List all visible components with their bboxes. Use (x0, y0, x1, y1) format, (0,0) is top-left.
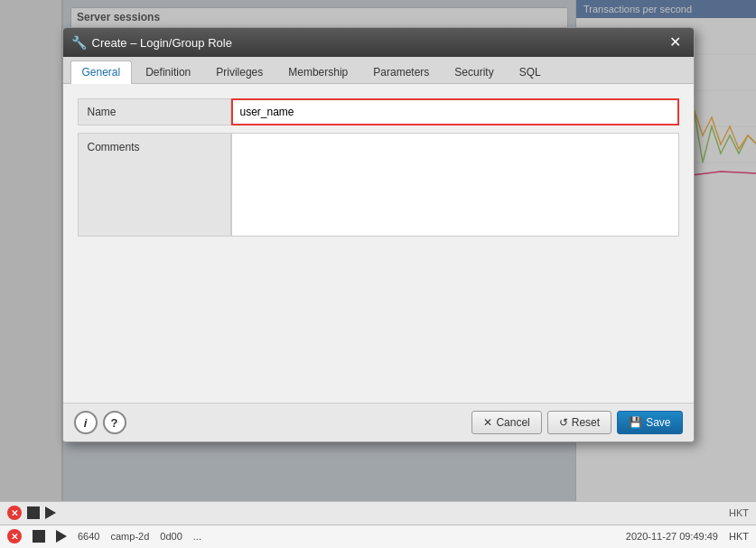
play-icon (45, 506, 56, 519)
red-circle-icon-2: ✕ (7, 529, 22, 543)
comments-label: Comments (78, 133, 231, 237)
create-role-modal: 🔧 Create – Login/Group Role ✕ General De… (62, 27, 695, 442)
black-square-icon-2 (33, 530, 45, 543)
row-id: 6640 (78, 531, 99, 542)
info-button[interactable]: i (74, 411, 98, 434)
bottom-table-row: ✕ 6640 camp-2d 0d00 ... 2020-11-27 09:49… (0, 525, 756, 548)
row-dots: ... (193, 531, 201, 542)
footer-left-buttons: i ? (74, 411, 126, 434)
tab-general[interactable]: General (70, 60, 133, 84)
tabs-container: General Definition Privileges Membership… (63, 57, 694, 84)
save-button[interactable]: 💾 Save (617, 411, 682, 434)
comments-textarea-wrap (231, 133, 679, 237)
modal-close-button[interactable]: ✕ (666, 33, 685, 51)
timezone-right: HKT (729, 507, 749, 518)
row-value: 0d00 (160, 531, 182, 542)
role-icon: 🔧 (72, 35, 87, 50)
tab-definition[interactable]: Definition (134, 60, 202, 83)
bottom-area: ✕ HKT ✕ 6640 camp-2d 0d00 ... 2020-11-27… (0, 501, 756, 548)
cancel-icon: ✕ (483, 416, 492, 429)
tab-security[interactable]: Security (443, 60, 505, 83)
footer-right-buttons: ✕ Cancel ↺ Reset 💾 Save (471, 411, 682, 434)
tab-membership[interactable]: Membership (276, 60, 359, 83)
tab-sql[interactable]: SQL (508, 60, 553, 83)
name-input-wrap (231, 98, 679, 125)
modal-overlay: 🔧 Create – Login/Group Role ✕ General De… (0, 0, 756, 548)
modal-title: Create – Login/Group Role (92, 36, 232, 50)
row-name: camp-2d (110, 531, 149, 542)
save-icon: 💾 (629, 416, 642, 429)
tab-privileges[interactable]: Privileges (204, 60, 275, 83)
comments-form-row: Comments (78, 133, 679, 237)
modal-content-spacer (78, 244, 679, 388)
row-timestamp: 2020-11-27 09:49:49 (626, 531, 718, 542)
reset-button[interactable]: ↺ Reset (547, 411, 611, 434)
name-label: Name (78, 98, 231, 125)
bottom-toolbar: ✕ HKT (0, 502, 756, 525)
name-input[interactable] (233, 100, 677, 124)
name-form-row: Name (78, 98, 679, 125)
help-button[interactable]: ? (103, 411, 126, 434)
black-square-icon (27, 506, 40, 519)
comments-textarea[interactable] (232, 134, 678, 233)
modal-footer: i ? ✕ Cancel ↺ Reset 💾 Save (63, 403, 694, 441)
red-circle-icon: ✕ (7, 506, 22, 520)
modal-body: Name Comments (63, 84, 694, 403)
modal-header: 🔧 Create – Login/Group Role ✕ (63, 28, 694, 57)
reset-icon: ↺ (559, 416, 568, 429)
tab-parameters[interactable]: Parameters (361, 60, 441, 83)
row-timezone: HKT (729, 531, 749, 542)
play-icon-2 (56, 530, 67, 543)
modal-title-area: 🔧 Create – Login/Group Role (72, 35, 232, 50)
cancel-button[interactable]: ✕ Cancel (471, 411, 541, 434)
